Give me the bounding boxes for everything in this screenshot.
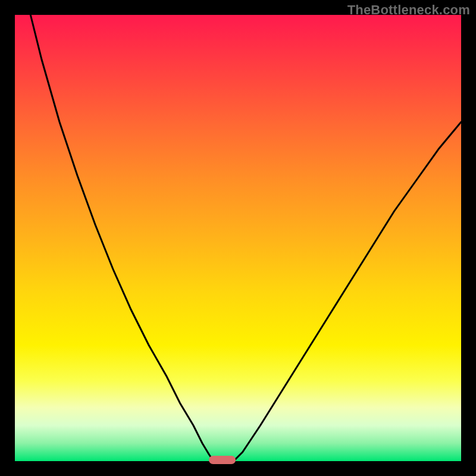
curve-right xyxy=(234,122,462,461)
chart-frame: TheBottleneck.com xyxy=(0,0,476,476)
plot-area xyxy=(15,15,461,461)
curve-left xyxy=(30,15,214,461)
minimum-marker xyxy=(209,456,236,464)
bottleneck-curve xyxy=(15,15,461,461)
